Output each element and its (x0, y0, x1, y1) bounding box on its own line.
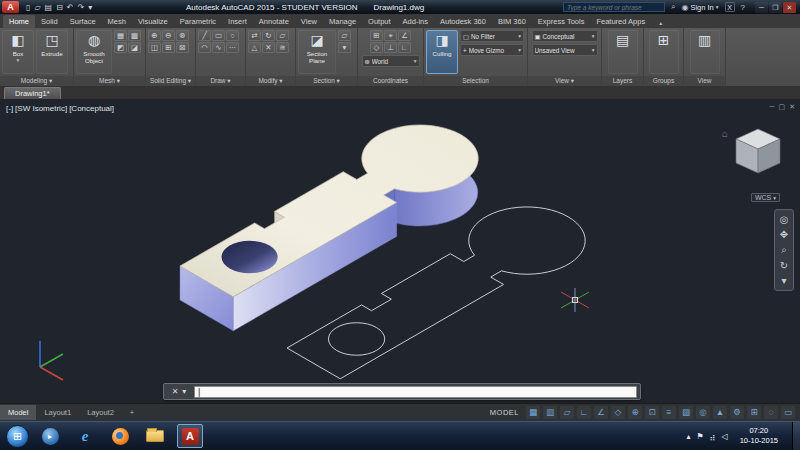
arc-icon[interactable]: ◠ (198, 42, 211, 53)
tab-bim360[interactable]: BIM 360 (492, 15, 532, 28)
smooth-object-button[interactable]: ◍ Smooth Object (76, 30, 112, 74)
ortho-icon[interactable]: ∟ (577, 406, 591, 419)
sign-in-button[interactable]: ◉ Sign In ▾ (681, 3, 718, 12)
view-control[interactable]: [SW Isometric] (15, 104, 67, 113)
qat-dropdown-icon[interactable]: ▾ (88, 3, 92, 12)
wcs-selector[interactable]: WCS ▾ (751, 193, 780, 202)
tab-featured-apps[interactable]: Featured Apps (590, 15, 651, 28)
selection-cycling-icon[interactable]: ◎ (696, 406, 710, 419)
ucs-previous-icon[interactable]: ∟ (398, 42, 411, 53)
line-icon[interactable]: ╱ (198, 30, 211, 41)
rectangle-icon[interactable]: ▭ (212, 30, 225, 41)
show-desktop-button[interactable] (792, 422, 800, 450)
open-file-icon[interactable]: ▱ (34, 3, 40, 12)
layer-properties-button[interactable]: ▤ (608, 30, 638, 74)
help-icon[interactable]: ? (741, 3, 745, 12)
subtract-icon[interactable]: ⊖ (162, 30, 175, 41)
hole[interactable] (222, 241, 278, 274)
visual-style-dropdown[interactable]: ▣ Conceptual ▾ (532, 30, 598, 42)
search-input[interactable] (563, 2, 665, 12)
interfere-icon[interactable]: ⊞ (162, 42, 175, 53)
volume-icon[interactable]: ◁ (721, 432, 727, 441)
tab-visualize[interactable]: Visualize (132, 15, 174, 28)
file-explorer-button[interactable] (142, 424, 168, 448)
wireframe-hole-circle[interactable] (317, 316, 397, 362)
erase-icon[interactable]: ✕ (262, 42, 275, 53)
culling-button[interactable]: ◨ Culling (426, 30, 458, 74)
exchange-apps-icon[interactable]: X (725, 2, 735, 12)
start-button[interactable]: ⊞ (6, 425, 29, 448)
tray-expand-icon[interactable]: ▴ (686, 432, 690, 441)
union-icon[interactable]: ⊕ (148, 30, 161, 41)
object-snap-icon[interactable]: ⊡ (645, 406, 659, 419)
extrude-button[interactable]: ◳ Extrude (36, 30, 68, 74)
slice-icon[interactable]: ◫ (148, 42, 161, 53)
spline-icon[interactable]: ∿ (212, 42, 225, 53)
snap-icon[interactable]: ▥ (543, 406, 557, 419)
viewport-close-icon[interactable]: ✕ (789, 103, 795, 111)
viewport-minimize-icon[interactable]: ─ (770, 103, 775, 111)
3d-solid-model[interactable] (166, 111, 503, 331)
panel-label-modify[interactable]: Modify ▾ (246, 76, 295, 86)
ucs-z-axis-icon[interactable]: ∠ (398, 30, 411, 41)
autocad-taskbar-button[interactable]: A (177, 424, 203, 448)
taskbar-clock[interactable]: 07:20 10-10-2015 (740, 426, 778, 446)
fillet-icon[interactable]: ≋ (276, 42, 289, 53)
viewcube-home-icon[interactable]: ⌂ (722, 128, 728, 139)
model-space-toggle[interactable]: MODEL (490, 408, 519, 417)
tool-palettes-button[interactable]: ▥ (690, 30, 720, 74)
move-gizmo-dropdown[interactable]: + Move Gizmo ▾ (460, 44, 524, 56)
model-tab[interactable]: Model (0, 405, 36, 420)
group-button[interactable]: ⊞ (649, 30, 679, 74)
section-more-icon[interactable]: ▾ (338, 42, 351, 53)
transparency-icon[interactable]: ▨ (679, 406, 693, 419)
new-file-icon[interactable]: ▯ (26, 3, 30, 12)
section-live-icon[interactable]: ▱ (338, 30, 351, 41)
circle-icon[interactable]: ○ (226, 30, 239, 41)
panel-label-selection[interactable]: Selection (424, 76, 527, 86)
viewport-canvas[interactable] (0, 99, 800, 403)
tab-manage[interactable]: Manage (323, 15, 362, 28)
polar-tracking-icon[interactable]: ∠ (594, 406, 608, 419)
ucs-world-icon[interactable]: ⊥ (384, 42, 397, 53)
tab-mesh[interactable]: Mesh (102, 15, 132, 28)
internet-explorer-button[interactable]: e (72, 424, 98, 448)
tab-parametric[interactable]: Parametric (174, 15, 222, 28)
clean-screen-icon[interactable]: ▭ (781, 406, 795, 419)
isodraft-icon[interactable]: ◇ (611, 406, 625, 419)
search-icon[interactable]: ⌕ (671, 2, 675, 12)
network-icon[interactable]: ⣴ (710, 432, 716, 441)
named-view-dropdown[interactable]: Unsaved View ▾ (532, 44, 598, 56)
tab-addins[interactable]: Add-ins (397, 15, 434, 28)
tab-annotate[interactable]: Annotate (253, 15, 295, 28)
panel-label-solid-editing[interactable]: Solid Editing ▾ (146, 76, 195, 86)
firefox-button[interactable] (107, 424, 133, 448)
panel-label-mesh[interactable]: Mesh ▾ (74, 76, 145, 86)
ucs-dropdown[interactable]: ⊛ World ▾ (362, 55, 420, 67)
panel-label-modeling[interactable]: Modeling ▾ (0, 76, 73, 86)
restore-button[interactable]: ❐ (769, 2, 782, 13)
infer-constraints-icon[interactable]: ▱ (560, 406, 574, 419)
scale-icon[interactable]: ▱ (276, 30, 289, 41)
object-snap-tracking-icon[interactable]: ⊕ (628, 406, 642, 419)
application-menu-button[interactable]: A (2, 1, 19, 13)
new-layout-button[interactable]: + (122, 405, 142, 420)
tab-surface[interactable]: Surface (64, 15, 102, 28)
undo-icon[interactable]: ↶ (67, 3, 74, 12)
viewcube[interactable]: ⌂ (718, 121, 788, 185)
panel-label-draw[interactable]: Draw ▾ (196, 76, 245, 86)
ucs-view-icon[interactable]: ◇ (370, 42, 383, 53)
mirror-icon[interactable]: △ (248, 42, 261, 53)
smooth-more-icon[interactable]: ▩ (128, 30, 141, 41)
intersect-icon[interactable]: ⊗ (176, 30, 189, 41)
model-space-viewport[interactable]: [-] [SW Isometric] [Conceptual] ─ ▢ ✕ ⌂ … (0, 99, 800, 403)
rotate-icon[interactable]: ↻ (262, 30, 275, 41)
pan-icon[interactable]: ✥ (780, 229, 788, 240)
isolate-objects-icon[interactable]: ◌ (764, 406, 778, 419)
move-icon[interactable]: ⇄ (248, 30, 261, 41)
close-button[interactable]: ✕ (783, 2, 796, 13)
navbar-more-icon[interactable]: ▾ (781, 275, 786, 286)
panel-label-coordinates[interactable]: Coordinates (358, 76, 423, 86)
command-line[interactable]: ✕ ▾ | (163, 383, 641, 400)
imprint-icon[interactable]: ⊠ (176, 42, 189, 53)
